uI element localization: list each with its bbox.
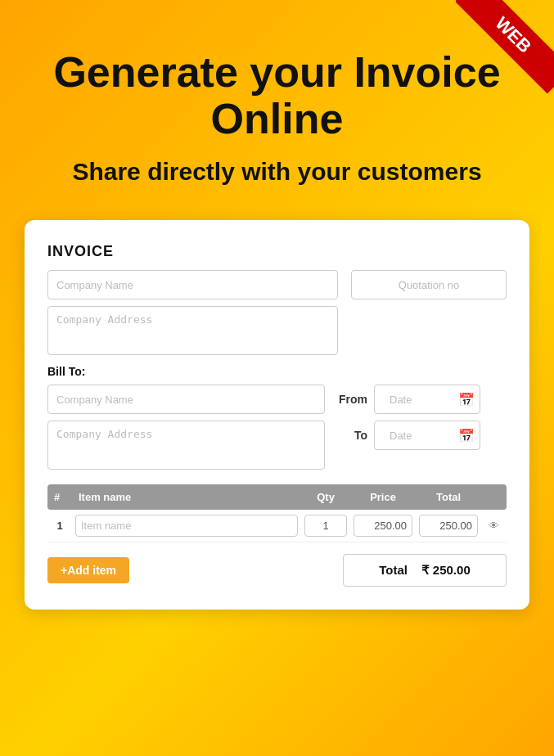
calendar-icon-from: 📅 (458, 392, 475, 407)
price-input[interactable] (354, 515, 412, 537)
total-label: Total (379, 563, 408, 577)
hero-subtitle: Share directly with your customers (33, 155, 521, 187)
col-number: # (47, 484, 72, 510)
from-date-wrapper: 📅 (374, 385, 480, 414)
invoice-card: INVOICE Bill To: From 📅 (25, 220, 529, 610)
bill-to-fields (47, 385, 325, 470)
quotation-number-input[interactable] (351, 270, 507, 299)
item-name-input[interactable] (75, 515, 298, 537)
invoice-label: INVOICE (47, 243, 507, 260)
quotation-field (351, 270, 507, 355)
to-date-wrapper: 📅 (374, 421, 480, 450)
row-qty-cell (301, 510, 350, 542)
row-price-cell (350, 510, 416, 542)
col-item-name: Item name (72, 484, 301, 510)
total-value: ₹ 250.00 (421, 563, 471, 577)
table-row: 1 👁 (47, 510, 507, 542)
web-badge-label: WEB (456, 0, 554, 93)
from-label: From (335, 393, 367, 406)
to-date-input[interactable] (381, 423, 455, 448)
hero-title: Generate your Invoice Online (33, 49, 521, 142)
row-total-cell (416, 510, 481, 542)
bill-to-section: Bill To: From 📅 To 📅 (47, 365, 507, 470)
row-eye-icon[interactable]: 👁 (481, 510, 507, 542)
total-box: Total ₹ 250.00 (343, 554, 507, 587)
table-header-row: # Item name Qty Price Total (47, 484, 507, 510)
date-fields: From 📅 To 📅 (335, 385, 507, 470)
from-company-name-input[interactable] (47, 270, 338, 299)
col-price: Price (350, 484, 416, 510)
col-action (481, 484, 507, 510)
total-input[interactable] (419, 515, 478, 537)
bottom-row: +Add item Total ₹ 250.00 (47, 554, 507, 587)
row-number: 1 (47, 510, 72, 542)
items-table: # Item name Qty Price Total 1 (47, 484, 507, 542)
bill-to-company-name-input[interactable] (47, 385, 325, 414)
from-date-input[interactable] (381, 387, 455, 412)
from-date-row: From 📅 (335, 385, 507, 414)
col-total: Total (416, 484, 481, 510)
col-qty: Qty (301, 484, 350, 510)
bill-to-label: Bill To: (47, 365, 507, 378)
bill-date-row: From 📅 To 📅 (47, 385, 507, 470)
from-company-address-input[interactable] (47, 306, 338, 355)
web-badge: WEB (456, 0, 554, 98)
to-label: To (335, 429, 367, 442)
form-top (47, 270, 507, 355)
row-item-name-cell (72, 510, 301, 542)
from-company-fields (47, 270, 338, 355)
qty-input[interactable] (304, 515, 347, 537)
add-item-button[interactable]: +Add item (47, 557, 129, 583)
to-date-row: To 📅 (335, 421, 507, 450)
calendar-icon-to: 📅 (458, 428, 475, 443)
bill-to-company-address-input[interactable] (47, 421, 325, 470)
